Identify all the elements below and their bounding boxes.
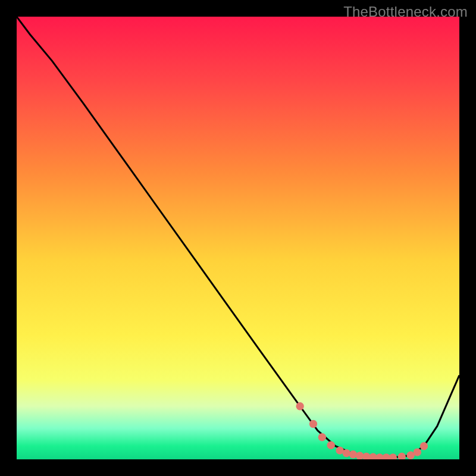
marker-dot — [296, 402, 303, 410]
marker-dot — [327, 441, 335, 449]
plot-area — [17, 17, 459, 459]
marker-dot — [318, 433, 326, 441]
chart-svg — [17, 17, 459, 459]
marker-dot — [420, 442, 428, 450]
marker-dot — [414, 448, 421, 456]
marker-dot — [309, 420, 317, 428]
chart-stage: TheBottleneck.com — [0, 0, 476, 476]
marker-dot — [343, 449, 350, 457]
marker-dot — [349, 450, 357, 458]
gradient-background — [17, 17, 459, 459]
